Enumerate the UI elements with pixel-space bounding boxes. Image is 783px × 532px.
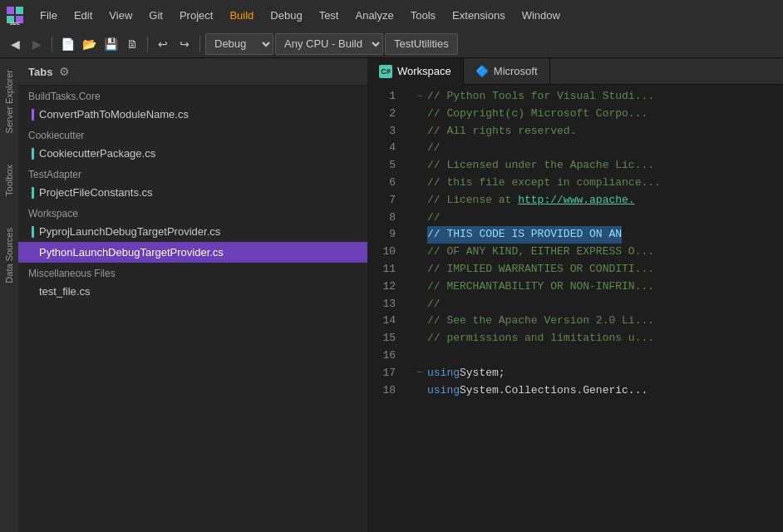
group-cookiecutter: Cookiecutter CookiecutterPackage.cs — [18, 125, 367, 164]
code-token: // IMPLIED WARRANTIES OR CONDITI... — [427, 261, 654, 278]
file-indicator — [32, 187, 34, 199]
new-item-button[interactable]: 📄 — [57, 34, 77, 54]
fold-icon-3 — [414, 126, 426, 137]
editor-tabs-bar: C# Workspace 🔷 Microsoft — [367, 58, 783, 85]
gear-icon[interactable]: ⚙ — [59, 65, 70, 78]
fold-icon-1[interactable]: − — [414, 91, 426, 102]
code-content: − // Python Tools for Visual Studi... //… — [406, 85, 783, 532]
code-line-8: // — [414, 209, 775, 227]
fold-icon-11 — [414, 264, 426, 275]
file-indicator — [32, 148, 34, 160]
fold-icon-17[interactable]: − — [414, 367, 426, 379]
menu-build[interactable]: Build — [221, 6, 262, 25]
fold-icon-7 — [414, 195, 426, 206]
file-name: CookiecutterPackage.cs — [39, 147, 155, 160]
menu-git[interactable]: Git — [140, 6, 171, 25]
sidebar-server-explorer[interactable]: Server Explorer — [2, 66, 16, 136]
code-token-system: System; — [460, 365, 505, 382]
ms-icon: 🔷 — [475, 65, 489, 77]
editor-tab-microsoft[interactable]: 🔷 Microsoft — [464, 58, 550, 85]
save-button[interactable]: 💾 — [101, 34, 121, 54]
group-buildtasks-core: BuildTasks.Core ConvertPathToModuleName.… — [18, 86, 367, 125]
editor-tab-ms-label: Microsoft — [494, 65, 538, 77]
code-line-13: // — [414, 296, 775, 313]
group-misc: Miscellaneous Files test_file.cs — [18, 263, 367, 302]
platform-select[interactable]: Any CPU - Build ▾ — [275, 33, 383, 55]
open-button[interactable]: 📂 — [79, 34, 99, 54]
fold-icon-9 — [414, 229, 426, 241]
tabs-panel: Tabs ⚙ BuildTasks.Core ConvertPathToModu… — [18, 58, 367, 532]
back-button[interactable]: ◀ — [5, 34, 25, 54]
code-line-5: // Licensed under the Apache Lic... — [414, 157, 775, 175]
file-item-pyproj-launch[interactable]: PyprojLaunchDebugTargetProvider.cs — [18, 221, 367, 242]
file-indicator — [32, 109, 34, 121]
sidebar-toolbox[interactable]: Toolbox — [2, 161, 16, 200]
file-item-convert-path[interactable]: ConvertPathToModuleName.cs — [18, 104, 367, 125]
redo-button[interactable]: ↪ — [175, 34, 195, 54]
code-line-2: // Copyright(c) Microsoft Corpo... — [414, 106, 775, 123]
file-item-python-launch-active[interactable]: PythonLaunchDebugTargetProvider.cs — [18, 242, 367, 263]
sidebar-data-sources[interactable]: Data Sources — [2, 224, 16, 287]
menu-extensions[interactable]: Extensions — [444, 6, 514, 25]
svg-text:PRE: PRE — [10, 22, 21, 25]
fold-icon-14 — [414, 316, 426, 328]
code-token: // All rights reserved. — [427, 123, 576, 140]
save-all-button[interactable]: 🗎 — [122, 34, 142, 54]
tabs-title: Tabs — [28, 66, 52, 78]
menu-tools[interactable]: Tools — [402, 6, 444, 25]
menu-project[interactable]: Project — [171, 6, 221, 25]
code-line-6: // this file except in compliance... — [414, 175, 775, 192]
file-item-project-file-constants[interactable]: ProjectFileConstants.cs — [18, 182, 367, 203]
config-select[interactable]: Debug Release — [205, 33, 273, 55]
menu-bar: PRE File Edit View Git Project Build Deb… — [0, 0, 783, 30]
forward-button[interactable]: ▶ — [27, 34, 47, 54]
code-line-16 — [414, 347, 775, 365]
file-name: PyprojLaunchDebugTargetProvider.cs — [39, 225, 220, 238]
code-editor[interactable]: 12345 678910 1112131415 161718 − // Pyth… — [367, 85, 783, 532]
menu-analyze[interactable]: Analyze — [347, 6, 401, 25]
code-token: // — [427, 209, 441, 227]
menu-test[interactable]: Test — [311, 6, 347, 25]
code-token: // permissions and limitations u... — [427, 330, 654, 347]
code-line-1: − // Python Tools for Visual Studi... — [414, 88, 775, 106]
menu-file[interactable]: File — [32, 6, 66, 25]
menu-window[interactable]: Window — [514, 6, 569, 25]
cs-icon: C# — [379, 65, 392, 78]
code-line-9: // THIS CODE IS PROVIDED ON AN — [414, 226, 775, 244]
editor-tab-workspace[interactable]: C# Workspace — [367, 58, 464, 85]
menu-view[interactable]: View — [101, 6, 140, 25]
menu-debug[interactable]: Debug — [262, 6, 310, 25]
line-numbers: 12345 678910 1112131415 161718 — [367, 85, 406, 532]
fold-icon-12 — [414, 281, 426, 293]
fold-icon-8 — [414, 212, 426, 224]
code-link-apache[interactable]: http://www.apache. — [518, 192, 634, 209]
fold-icon-16 — [414, 350, 426, 362]
code-token: // OF ANY KIND, EITHER EXPRESS O... — [427, 244, 654, 261]
toolbar-separator-3 — [199, 36, 200, 52]
fold-icon-13 — [414, 298, 426, 310]
vertical-sidebar: Server Explorer Toolbox Data Sources — [0, 58, 18, 532]
code-token: // — [427, 296, 441, 313]
menu-edit[interactable]: Edit — [66, 6, 101, 25]
file-item-test-file[interactable]: test_file.cs — [18, 281, 367, 302]
group-label-workspace: Workspace — [18, 203, 367, 221]
fold-icon-18 — [414, 385, 426, 397]
undo-button[interactable]: ↩ — [153, 34, 173, 54]
file-indicator — [32, 286, 34, 298]
toolbar-separator-1 — [52, 36, 52, 52]
code-line-11: // IMPLIED WARRANTIES OR CONDITI... — [414, 261, 775, 278]
file-item-cookiecutter-pkg[interactable]: CookiecutterPackage.cs — [18, 143, 367, 164]
fold-icon-4 — [414, 143, 426, 155]
code-token: // Copyright(c) Microsoft Corpo... — [427, 106, 648, 123]
code-token: // Python Tools for Visual Studi... — [427, 88, 654, 106]
code-token-system-collections: System.Collections.Generic... — [460, 382, 648, 400]
svg-rect-0 — [7, 7, 14, 14]
main-area: Server Explorer Toolbox Data Sources Tab… — [0, 58, 783, 532]
tabs-header: Tabs ⚙ — [18, 58, 367, 86]
group-label-misc: Miscellaneous Files — [18, 263, 367, 281]
code-line-17: − using System; — [414, 365, 775, 382]
group-label-cookiecutter: Cookiecutter — [18, 125, 367, 143]
code-token-using2: using — [427, 382, 460, 400]
file-name: ProjectFileConstants.cs — [39, 186, 153, 199]
editor-tab-label: Workspace — [397, 65, 451, 77]
